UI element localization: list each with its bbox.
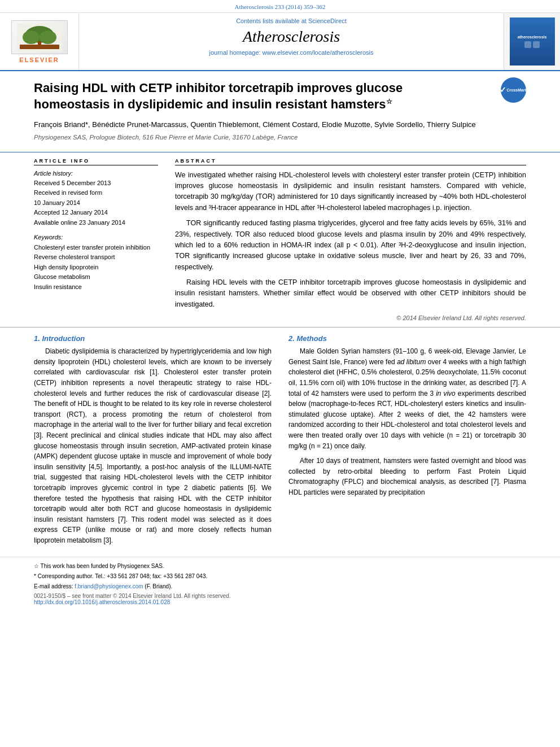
revised-date: 10 January 2014 [34, 198, 158, 208]
keyword-2: Reverse cholesterol transport [34, 252, 158, 263]
issn-line: 0021-9150/$ – see front matter © 2014 El… [34, 593, 526, 599]
keyword-5: Insulin resistance [34, 282, 158, 292]
journal-reference: Atherosclerosis 233 (2014) 359–362 [234, 3, 325, 10]
contents-availability: Contents lists available at ScienceDirec… [236, 18, 347, 24]
article-header: Raising HDL with CETP inhibitor torcetra… [0, 71, 560, 152]
accepted-date: Accepted 12 January 2014 [34, 208, 158, 218]
svg-point-2 [23, 30, 40, 44]
homepage-url[interactable]: www.elsevier.com/locate/atherosclerosis [262, 49, 374, 56]
received-date: Received 5 December 2013 [34, 178, 158, 189]
logo-box [11, 20, 68, 54]
history-label: Article history: [34, 170, 158, 177]
info-abstract-section: ARTICLE INFO Article history: Received 5… [0, 152, 560, 328]
intro-paragraph: Diabetic dyslipidemia is characterized b… [34, 346, 272, 545]
dates-block: Received 5 December 2013 Received in rev… [34, 178, 158, 228]
mini-cover-title: atherosclerosis [518, 35, 547, 39]
article-info-header: ARTICLE INFO [34, 158, 158, 165]
mini-icon-1 [524, 41, 531, 48]
abstract-paragraph-1: We investigated whether raising HDL-chol… [175, 170, 526, 214]
elsevier-logo: ELSEVIER [11, 20, 68, 63]
article-history: Article history: Received 5 December 201… [34, 170, 158, 228]
received-revised-label: Received in revised form [34, 188, 158, 198]
journal-header: ELSEVIER Contents lists available at Sci… [0, 13, 560, 71]
svg-point-3 [40, 30, 56, 44]
crossmark-badge[interactable]: ✓ CrossMark [501, 77, 526, 103]
keyword-4: Glucose metabolism [34, 272, 158, 282]
elsevier-wordmark: ELSEVIER [19, 56, 59, 63]
body-left-column: 1. Introduction Diabetic dyslipidemia is… [34, 334, 272, 550]
abstract-column: ABSTRACT We investigated whether raising… [175, 158, 526, 322]
journal-title: Atherosclerosis [243, 28, 340, 46]
journal-header-center: Contents lists available at ScienceDirec… [79, 13, 504, 70]
doi-link[interactable]: http://dx.doi.org/10.1016/j.atherosclero… [34, 599, 526, 605]
crossmark-circle: ✓ CrossMark [501, 77, 526, 103]
mini-cover-icons [524, 41, 540, 48]
abstract-text: We investigated whether raising HDL-chol… [175, 170, 526, 311]
available-online: Available online 23 January 2014 [34, 218, 158, 228]
abstract-header: ABSTRACT [175, 158, 526, 165]
methods-paragraph-1: Male Golden Syrian hamsters (91–100 g, 6… [288, 346, 526, 451]
article-title: Raising HDL with CETP inhibitor torcetra… [34, 80, 440, 112]
journal-homepage: journal homepage: www.elsevier.com/locat… [209, 49, 373, 56]
footnote-3: E-mail address: f.briand@physiogenex.com… [34, 582, 526, 591]
keywords-block: Keywords: Cholesteryl ester transfer pro… [34, 234, 158, 292]
methods-paragraph-2: After 10 days of treatment, hamsters wer… [288, 456, 526, 497]
elsevier-tree-icon [14, 23, 65, 51]
body-right-column: 2. Methods Male Golden Syrian hamsters (… [288, 334, 526, 550]
mini-cover: atherosclerosis [510, 18, 555, 65]
keywords-label: Keywords: [34, 234, 158, 241]
footnote-1: ☆ This work has been funded by Physiogen… [34, 562, 526, 570]
footnote-2: * Corresponding author. Tel.: +33 561 28… [34, 572, 526, 580]
copyright-notice: © 2014 Elsevier Ireland Ltd. All rights … [175, 314, 526, 321]
article-info-column: ARTICLE INFO Article history: Received 5… [34, 158, 158, 322]
methods-text: Male Golden Syrian hamsters (91–100 g, 6… [288, 346, 526, 497]
elsevier-logo-area: ELSEVIER [0, 13, 79, 70]
page-footer: ☆ This work has been funded by Physiogen… [0, 557, 560, 610]
introduction-title: 1. Introduction [34, 334, 272, 343]
top-bar: Atherosclerosis 233 (2014) 359–362 [0, 0, 560, 13]
mini-icon-2 [533, 41, 540, 48]
title-superscript: ☆ [386, 97, 392, 105]
crossmark-label: CrossMark [506, 88, 527, 93]
authors: François Briand*, Bénédicte Prunet-Marca… [34, 119, 526, 130]
methods-title: 2. Methods [288, 334, 526, 343]
abstract-paragraph-2: TOR significantly reduced fasting plasma… [175, 218, 526, 273]
sciencedirect-link[interactable]: ScienceDirect [308, 18, 347, 24]
journal-cover-thumbnail: atherosclerosis [504, 13, 560, 70]
keyword-3: High density lipoprotein [34, 263, 158, 273]
abstract-paragraph-3: Raising HDL levels with the CETP inhibit… [175, 277, 526, 310]
email-link[interactable]: f.briand@physiogenex.com [75, 583, 143, 589]
introduction-text: Diabetic dyslipidemia is characterized b… [34, 346, 272, 545]
main-body: 1. Introduction Diabetic dyslipidemia is… [0, 327, 560, 557]
keyword-1: Cholesteryl ester transfer protein inhib… [34, 243, 158, 253]
affiliation: Physiogenex SAS, Prologue Biotech, 516 R… [34, 134, 526, 141]
svg-rect-5 [20, 45, 59, 49]
